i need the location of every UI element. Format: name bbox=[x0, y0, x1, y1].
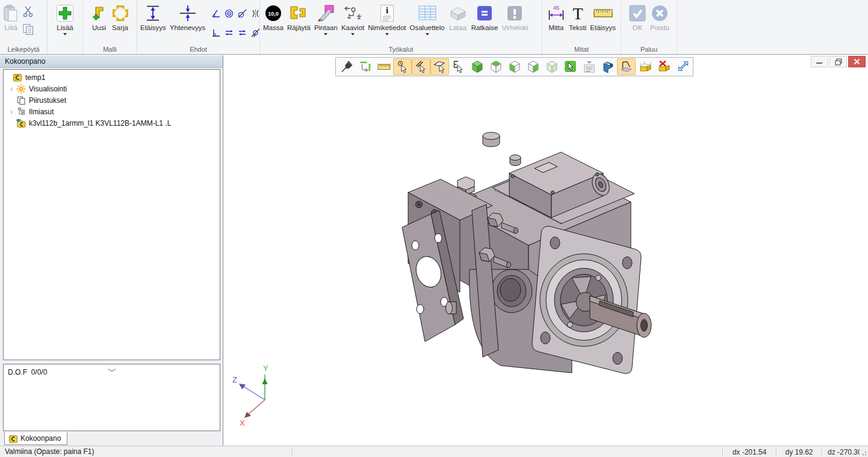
parallel-constraint-icon[interactable] bbox=[223, 25, 235, 40]
status-dy: dy 19.62 bbox=[777, 447, 822, 456]
snap-point-icon bbox=[395, 60, 410, 74]
viewport-toolbar bbox=[335, 57, 693, 76]
dimension-button[interactable]: 45 Mitta bbox=[545, 1, 567, 32]
ruler-icon bbox=[377, 60, 391, 73]
expander-chevron-icon[interactable]: › bbox=[7, 109, 16, 115]
resize-grip[interactable] bbox=[860, 446, 868, 457]
dropdown-arrow-icon bbox=[385, 33, 389, 37]
dof-panel: D.O.F 0/0/0 bbox=[3, 364, 220, 431]
fit-view-button[interactable] bbox=[673, 58, 692, 75]
copy-icon bbox=[22, 23, 34, 35]
to-surface-icon bbox=[316, 2, 335, 24]
paste-icon bbox=[3, 2, 19, 24]
schematics-button[interactable]: Kaaviot bbox=[339, 1, 366, 37]
status-message: Valmiina (Opaste: paina F1) bbox=[0, 447, 292, 456]
error-log-icon bbox=[506, 2, 523, 24]
svg-text:10,0: 10,0 bbox=[268, 11, 279, 17]
tree-item-temp1[interactable]: temp1 bbox=[4, 72, 220, 83]
error-log-button[interactable]: Virheloki bbox=[500, 1, 530, 32]
snap-line-button[interactable] bbox=[412, 58, 430, 75]
snap-point-button[interactable] bbox=[393, 58, 412, 75]
cube-top-face-button[interactable] bbox=[486, 58, 505, 75]
cut-button[interactable] bbox=[22, 5, 35, 18]
ruler-button[interactable] bbox=[374, 58, 393, 75]
tree-item-piirustukset[interactable]: Piirustukset bbox=[4, 94, 220, 106]
tree-item-visualisointi[interactable]: › Visualisointi bbox=[4, 83, 220, 94]
item-data-button[interactable]: i Nimiketiedot bbox=[366, 1, 408, 37]
dropdown-arrow-icon bbox=[351, 33, 355, 37]
status-separator bbox=[292, 447, 293, 456]
tangent-constraint-icon[interactable] bbox=[236, 6, 248, 20]
open-box-button[interactable] bbox=[636, 58, 654, 75]
load-button[interactable]: Lataa bbox=[447, 1, 470, 32]
tree-item-k3vl112b[interactable]: k3vl112b_1armm_l1 K3VL112B-1AMM-L1 .L bbox=[4, 117, 220, 129]
snap-face-icon bbox=[433, 60, 447, 74]
transparent-cube-button[interactable] bbox=[542, 58, 561, 75]
angle-constraint-icon[interactable] bbox=[209, 6, 222, 20]
ribbon-group-mitat: 45 Mitta T Teksti Etäisyys Mitat bbox=[542, 0, 621, 54]
snap-edge-button[interactable] bbox=[449, 58, 468, 75]
shaded-cube-button[interactable] bbox=[468, 58, 486, 75]
collapse-chevron-icon[interactable] bbox=[107, 364, 117, 375]
ribbon-group-add: Lisää bbox=[48, 0, 83, 54]
select-face-button[interactable] bbox=[561, 58, 580, 75]
assembly-icon bbox=[8, 434, 17, 443]
new-icon bbox=[91, 2, 108, 24]
axis-x-label: X bbox=[240, 419, 245, 428]
status-dz: dz -270.30 bbox=[822, 447, 860, 456]
add-button[interactable]: Lisää bbox=[54, 1, 76, 37]
perpendicular-constraint-icon[interactable] bbox=[209, 25, 222, 40]
ribbon-group-ehdot: Etäisyys Yhtenevyys bbox=[137, 0, 260, 54]
new-button[interactable]: Uusi bbox=[89, 1, 110, 32]
copy-button[interactable] bbox=[22, 23, 35, 36]
measure-distance-button[interactable]: Etäisyys bbox=[588, 1, 618, 32]
concentric-constraint-icon[interactable] bbox=[223, 6, 235, 20]
opposed-arrows-constraint-icon[interactable] bbox=[236, 25, 248, 40]
parts-list-icon bbox=[418, 2, 437, 24]
restore-button[interactable] bbox=[829, 56, 847, 67]
selection-list-button[interactable] bbox=[580, 58, 598, 75]
mass-button[interactable]: 10,0 Massa bbox=[261, 1, 285, 32]
close-button[interactable] bbox=[848, 56, 866, 67]
pump-model[interactable] bbox=[391, 120, 668, 379]
coincidence-constraint-button[interactable]: Yhtenevyys bbox=[168, 1, 207, 32]
model-viewport[interactable]: Y Z X bbox=[224, 55, 868, 446]
measure-move-button[interactable] bbox=[356, 58, 374, 75]
cube-left-face-button[interactable] bbox=[505, 58, 524, 75]
solve-button[interactable]: Ratkaise bbox=[470, 1, 500, 32]
minimize-button[interactable] bbox=[811, 56, 828, 67]
profile-button[interactable] bbox=[598, 58, 617, 75]
explode-button[interactable]: Räjäytä bbox=[285, 1, 312, 32]
ruler-icon bbox=[593, 2, 613, 24]
ribbon-group-malli: Uusi Sarja Malli bbox=[83, 0, 137, 54]
ribbon-group-paluu: OK Poistu Paluu bbox=[621, 0, 677, 54]
assembly-tree[interactable]: temp1 › Visualisointi Piirustukset › bbox=[3, 69, 220, 360]
coincidence-constraint-icon bbox=[178, 2, 197, 24]
exit-x-icon bbox=[651, 2, 669, 24]
tree-item-ilmiasut[interactable]: › Ilmiasut bbox=[4, 106, 220, 117]
series-button[interactable]: Sarja bbox=[110, 1, 131, 32]
ribbon-group-tyokalut: 10,0 Massa Räjäytä Pintaan bbox=[260, 0, 542, 54]
cube-right-face-icon bbox=[526, 60, 541, 74]
ribbon: Liitä Leikepöytä Lisää bbox=[0, 0, 868, 55]
snap-face-button[interactable] bbox=[430, 58, 449, 75]
distance-constraint-button[interactable]: Etäisyys bbox=[138, 1, 168, 32]
pin-toolbar-button[interactable] bbox=[337, 58, 356, 75]
parts-list-button[interactable]: Osaluettelo bbox=[408, 1, 447, 37]
to-surface-button[interactable]: Pintaan bbox=[312, 1, 339, 37]
axes-triad: Y Z X bbox=[229, 363, 289, 429]
sketch-plane-button[interactable] bbox=[617, 58, 636, 75]
cube-right-face-button[interactable] bbox=[524, 58, 542, 75]
svg-text:45: 45 bbox=[553, 5, 559, 11]
solve-icon bbox=[476, 2, 493, 24]
expander-chevron-icon[interactable]: › bbox=[7, 86, 16, 92]
series-icon bbox=[111, 2, 129, 24]
tab-kokoonpano[interactable]: Kokoonpano bbox=[4, 432, 67, 445]
exit-button[interactable]: Poistu bbox=[648, 1, 671, 32]
measure-move-icon bbox=[359, 60, 372, 73]
delete-box-button[interactable] bbox=[654, 58, 673, 75]
text-button[interactable]: T Teksti bbox=[567, 1, 588, 32]
window-controls bbox=[811, 56, 866, 67]
paste-button[interactable]: Liitä bbox=[1, 1, 20, 32]
ok-button[interactable]: OK bbox=[627, 1, 648, 32]
